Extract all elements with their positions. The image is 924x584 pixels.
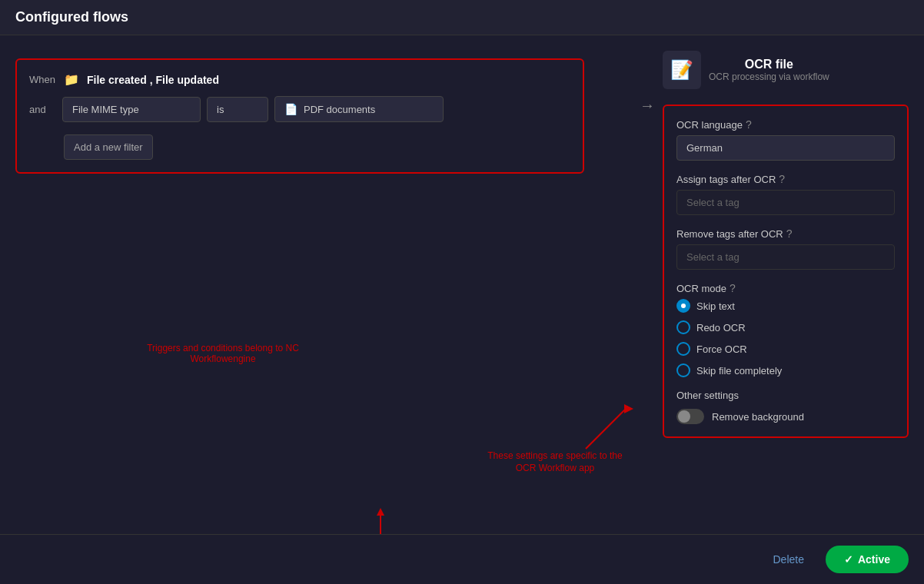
- svg-marker-3: [624, 404, 633, 413]
- radio-force-ocr[interactable]: Force OCR: [676, 342, 895, 356]
- ocr-title: OCR file: [709, 58, 829, 71]
- assign-tags-help-icon[interactable]: ?: [779, 173, 785, 185]
- ocr-settings-box: OCR language ? German Assign tags after …: [663, 105, 909, 438]
- add-filter-button[interactable]: Add a new filter: [64, 134, 153, 160]
- ocr-language-label: OCR language: [676, 119, 743, 131]
- radio-force-ocr-label: Force OCR: [696, 343, 747, 355]
- condition-operator[interactable]: is: [207, 97, 268, 122]
- pdf-icon: 📄: [284, 103, 297, 115]
- trigger-events: File created , File updated: [87, 74, 219, 86]
- when-label: When: [29, 74, 56, 85]
- bottom-bar: Delete ✓ Active: [0, 534, 924, 584]
- radio-redo-ocr-label: Redo OCR: [696, 322, 746, 333]
- remove-tags-label: Remove tags after OCR: [676, 228, 783, 240]
- ocr-mode-help-icon[interactable]: ?: [730, 282, 736, 294]
- remove-tags-select[interactable]: Select a tag: [676, 244, 895, 270]
- condition-field[interactable]: File MIME type: [62, 97, 201, 122]
- ocr-subtitle: OCR processing via workflow: [709, 71, 829, 82]
- ocr-language-help-icon[interactable]: ?: [746, 118, 752, 131]
- ocr-icon-box: 📝: [663, 51, 701, 89]
- left-annotation: Triggers and conditions belong to NC Wor…: [146, 289, 300, 364]
- radio-skip-file[interactable]: Skip file completely: [676, 363, 895, 377]
- active-button[interactable]: ✓ Active: [826, 546, 909, 573]
- folder-icon: 📁: [64, 72, 79, 87]
- flow-arrow: →: [632, 97, 663, 566]
- assign-tags-label: Assign tags after OCR: [676, 174, 776, 185]
- radio-skip-text[interactable]: Skip text: [676, 299, 895, 313]
- svg-marker-1: [377, 508, 384, 516]
- ocr-mode-label: OCR mode: [676, 283, 726, 294]
- page-title: Configured flows: [15, 9, 128, 25]
- remove-background-label: Remove background: [712, 411, 804, 423]
- remove-background-toggle[interactable]: [676, 409, 704, 424]
- radio-skip-text-label: Skip text: [696, 300, 735, 312]
- svg-line-2: [586, 406, 628, 449]
- active-label: Active: [858, 553, 890, 566]
- radio-skip-file-label: Skip file completely: [696, 365, 782, 377]
- delete-button[interactable]: Delete: [761, 547, 816, 572]
- trigger-conditions-box: When 📁 File created , File updated and F…: [15, 58, 584, 174]
- assign-tags-select[interactable]: Select a tag: [676, 190, 895, 215]
- ocr-language-select[interactable]: German: [676, 135, 895, 161]
- and-label: and: [29, 104, 56, 115]
- radio-redo-ocr[interactable]: Redo OCR: [676, 320, 895, 334]
- arrow-diagonal-svg: [578, 403, 640, 456]
- condition-value[interactable]: 📄 PDF documents: [274, 96, 444, 122]
- page-header: Configured flows: [0, 0, 924, 35]
- other-settings-label: Other settings: [676, 390, 895, 401]
- check-icon: ✓: [844, 553, 853, 566]
- remove-tags-help-icon[interactable]: ?: [786, 227, 793, 240]
